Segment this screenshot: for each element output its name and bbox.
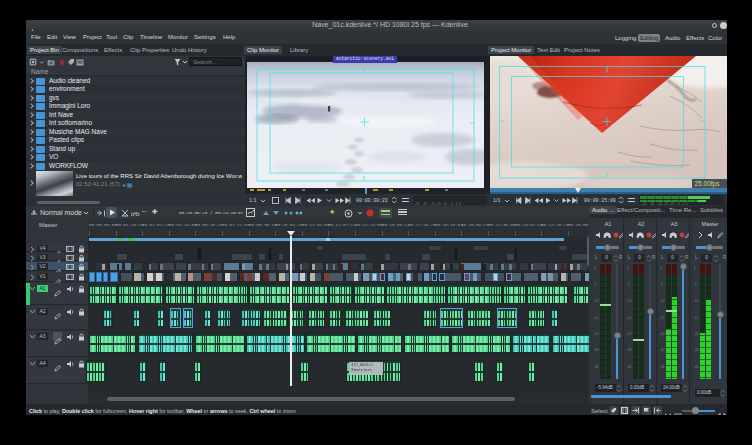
svg-text:25.00fps: 25.00fps <box>695 180 721 188</box>
